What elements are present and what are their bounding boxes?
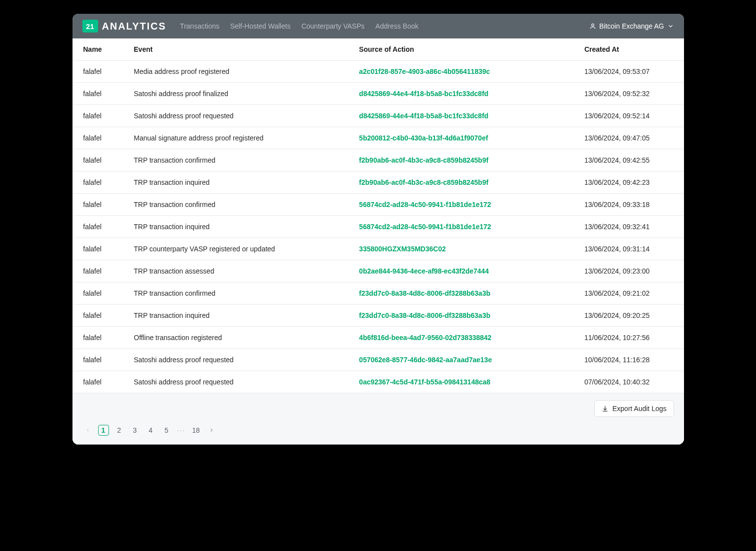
cell-created: 13/06/2024, 09:53:07 (576, 61, 684, 83)
chevron-left-icon (85, 427, 91, 433)
source-link[interactable]: 0ac92367-4c5d-471f-b55a-098413148ca8 (359, 378, 490, 386)
page-prev[interactable] (82, 425, 93, 436)
source-link[interactable]: 057062e8-8577-46dc-9842-aa7aad7ae13e (359, 356, 492, 364)
table-row: falafelSatoshi address proof requested05… (72, 349, 684, 371)
table-row: falafelTRP counterparty VASP registered … (72, 238, 684, 260)
nav-address-book[interactable]: Address Book (375, 22, 418, 30)
nav-self-hosted-wallets[interactable]: Self-Hosted Wallets (230, 22, 290, 30)
audit-log-table: Name Event Source of Action Created At f… (72, 38, 684, 393)
cell-name: falafel (72, 327, 126, 349)
page-last[interactable]: 18 (190, 425, 201, 436)
cell-source: 4b6f816d-beea-4ad7-9560-02d738338842 (351, 327, 576, 349)
source-link[interactable]: f23dd7c0-8a38-4d8c-8006-df3288b63a3b (359, 311, 490, 319)
cell-event: Satoshi address proof requested (126, 371, 351, 393)
cell-created: 13/06/2024, 09:42:23 (576, 172, 684, 194)
table-row: falafelTRP transaction inquired56874cd2-… (72, 216, 684, 238)
col-header-name[interactable]: Name (72, 38, 126, 61)
logo-badge: 21 (82, 20, 98, 33)
source-link[interactable]: f2b90ab6-ac0f-4b3c-a9c8-c859b8245b9f (359, 156, 488, 164)
cell-event: Satoshi address proof requested (126, 105, 351, 127)
logo-text: ANALYTICS (102, 21, 167, 32)
cell-source: f2b90ab6-ac0f-4b3c-a9c8-c859b8245b9f (351, 172, 576, 194)
cell-created: 07/06/2024, 10:40:32 (576, 371, 684, 393)
cell-source: 0ac92367-4c5d-471f-b55a-098413148ca8 (351, 371, 576, 393)
table-row: falafelTRP transaction confirmedf23dd7c0… (72, 282, 684, 305)
user-menu[interactable]: Bitcoin Exchange AG (589, 22, 674, 30)
table-row: falafelManual signature address proof re… (72, 127, 684, 149)
cell-name: falafel (72, 194, 126, 216)
app-window: 21 ANALYTICS Transactions Self-Hosted Wa… (72, 14, 684, 445)
page-1[interactable]: 1 (98, 425, 109, 436)
cell-name: falafel (72, 260, 126, 282)
export-audit-logs-button[interactable]: Export Audit Logs (594, 400, 674, 417)
table-row: falafelTRP transaction assessed0b2ae844-… (72, 260, 684, 282)
content: Name Event Source of Action Created At f… (72, 38, 684, 393)
nav-transactions[interactable]: Transactions (180, 22, 219, 30)
cell-event: TRP transaction inquired (126, 216, 351, 238)
cell-created: 13/06/2024, 09:31:14 (576, 238, 684, 260)
cell-name: falafel (72, 172, 126, 194)
source-link[interactable]: 5b200812-c4b0-430a-b13f-4d6a1f9070ef (359, 134, 488, 142)
table-row: falafelSatoshi address proof requested0a… (72, 371, 684, 393)
page-4[interactable]: 4 (145, 425, 156, 436)
cell-created: 10/06/2024, 11:16:28 (576, 349, 684, 371)
source-link[interactable]: f2b90ab6-ac0f-4b3c-a9c8-c859b8245b9f (359, 178, 488, 186)
source-link[interactable]: a2c01f28-857e-4903-a86c-4b056411839c (359, 68, 490, 75)
cell-created: 11/06/2024, 10:27:56 (576, 327, 684, 349)
page-5[interactable]: 5 (161, 425, 172, 436)
table-row: falafelSatoshi address proof finalizedd8… (72, 83, 684, 105)
nav: Transactions Self-Hosted Wallets Counter… (180, 22, 589, 30)
cell-event: TRP counterparty VASP registered or upda… (126, 238, 351, 260)
cell-source: f2b90ab6-ac0f-4b3c-a9c8-c859b8245b9f (351, 149, 576, 172)
cell-name: falafel (72, 349, 126, 371)
cell-source: d8425869-44e4-4f18-b5a8-bc1fc33dc8fd (351, 105, 576, 127)
cell-event: TRP transaction inquired (126, 172, 351, 194)
source-link[interactable]: 0b2ae844-9436-4ece-af98-ec43f2de7444 (359, 267, 489, 275)
download-icon (602, 405, 609, 412)
cell-created: 13/06/2024, 09:21:02 (576, 282, 684, 305)
cell-name: falafel (72, 127, 126, 149)
col-header-source[interactable]: Source of Action (351, 38, 576, 61)
cell-created: 13/06/2024, 09:52:14 (576, 105, 684, 127)
source-link[interactable]: 56874cd2-ad28-4c50-9941-f1b81de1e172 (359, 223, 491, 231)
footer: Export Audit Logs 1 2 3 4 5 ··· 18 (72, 393, 684, 445)
cell-name: falafel (72, 282, 126, 305)
source-link[interactable]: 4b6f816d-beea-4ad7-9560-02d738338842 (359, 334, 492, 342)
col-header-created[interactable]: Created At (576, 38, 684, 61)
cell-event: TRP transaction confirmed (126, 149, 351, 172)
source-link[interactable]: 56874cd2-ad28-4c50-9941-f1b81de1e172 (359, 201, 491, 208)
page-next[interactable] (206, 425, 217, 436)
cell-created: 13/06/2024, 09:23:00 (576, 260, 684, 282)
topbar: 21 ANALYTICS Transactions Self-Hosted Wa… (72, 14, 684, 38)
user-org-label: Bitcoin Exchange AG (599, 22, 664, 30)
cell-source: 335800HGZXM35MD36C02 (351, 238, 576, 260)
cell-source: 057062e8-8577-46dc-9842-aa7aad7ae13e (351, 349, 576, 371)
cell-event: TRP transaction inquired (126, 305, 351, 327)
cell-source: f23dd7c0-8a38-4d8c-8006-df3288b63a3b (351, 282, 576, 305)
pagination: 1 2 3 4 5 ··· 18 (82, 425, 674, 436)
cell-event: TRP transaction confirmed (126, 194, 351, 216)
cell-name: falafel (72, 149, 126, 172)
chevron-down-icon (667, 23, 674, 30)
source-link[interactable]: d8425869-44e4-4f18-b5a8-bc1fc33dc8fd (359, 112, 488, 120)
cell-source: 5b200812-c4b0-430a-b13f-4d6a1f9070ef (351, 127, 576, 149)
cell-event: Media address proof registered (126, 61, 351, 83)
cell-created: 13/06/2024, 09:47:05 (576, 127, 684, 149)
page-ellipsis: ··· (177, 426, 186, 434)
source-link[interactable]: 335800HGZXM35MD36C02 (359, 245, 446, 253)
table-row: falafelTRP transaction inquiredf23dd7c0-… (72, 305, 684, 327)
cell-created: 13/06/2024, 09:20:25 (576, 305, 684, 327)
cell-event: Manual signature address proof registere… (126, 127, 351, 149)
nav-counterparty-vasps[interactable]: Counterparty VASPs (301, 22, 364, 30)
user-icon (589, 23, 596, 30)
cell-event: Satoshi address proof finalized (126, 83, 351, 105)
col-header-event[interactable]: Event (126, 38, 351, 61)
page-3[interactable]: 3 (130, 425, 141, 436)
cell-source: f23dd7c0-8a38-4d8c-8006-df3288b63a3b (351, 305, 576, 327)
source-link[interactable]: d8425869-44e4-4f18-b5a8-bc1fc33dc8fd (359, 90, 488, 98)
page-2[interactable]: 2 (114, 425, 125, 436)
cell-created: 13/06/2024, 09:52:32 (576, 83, 684, 105)
source-link[interactable]: f23dd7c0-8a38-4d8c-8006-df3288b63a3b (359, 289, 490, 297)
cell-created: 13/06/2024, 09:33:18 (576, 194, 684, 216)
cell-source: d8425869-44e4-4f18-b5a8-bc1fc33dc8fd (351, 83, 576, 105)
